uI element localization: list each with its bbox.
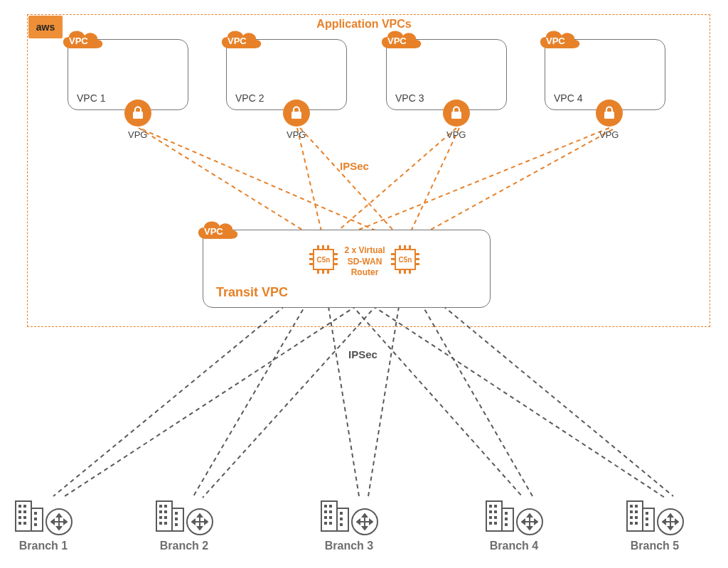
vpc-label: VPC 2 xyxy=(235,92,264,104)
vpc-label: VPC 3 xyxy=(395,92,424,104)
building-icon xyxy=(485,497,515,535)
router-label: 2 x Virtual SD-WAN Router xyxy=(340,245,390,279)
vpg-label: VPG xyxy=(446,129,466,140)
router-icon xyxy=(186,508,213,535)
branch-5: Branch 5 xyxy=(626,497,684,552)
c5n-chip-right: C5n xyxy=(391,245,419,274)
vpg-icon xyxy=(443,100,470,127)
branch-2: Branch 2 xyxy=(155,497,213,552)
vpc-cloud-icon: VPC xyxy=(376,27,424,54)
branch-3: Branch 3 xyxy=(320,497,378,552)
router-icon xyxy=(516,508,543,535)
c5n-chip-left: C5n xyxy=(309,245,338,274)
building-icon xyxy=(14,497,44,535)
vpc-cloud-icon: VPC xyxy=(193,218,241,245)
vpg-label: VPG xyxy=(599,129,619,140)
building-icon xyxy=(626,497,655,535)
branch-label: Branch 3 xyxy=(320,540,378,552)
vpc-cloud-icon: VPC xyxy=(58,27,106,54)
building-icon xyxy=(155,497,185,535)
vpc-label: VPC 4 xyxy=(554,92,582,104)
aws-logo: aws xyxy=(28,16,63,38)
vpc-label: VPC 1 xyxy=(77,92,105,104)
vpc-box-3: VPC VPC 3 xyxy=(386,39,507,110)
router-icon xyxy=(46,508,73,535)
transit-label: Transit VPC xyxy=(216,285,288,300)
building-icon xyxy=(320,497,350,535)
branch-label: Branch 5 xyxy=(626,540,684,552)
branch-1: Branch 1 xyxy=(14,497,73,552)
vpg-icon xyxy=(283,100,310,127)
vpc-box-1: VPC VPC 1 xyxy=(68,39,188,110)
vpc-cloud-icon: VPC xyxy=(216,27,264,54)
vpc-cloud-icon: VPC xyxy=(535,27,583,54)
vpg-icon xyxy=(124,100,151,127)
router-icon xyxy=(657,508,684,535)
vpc-box-2: VPC VPC 2 xyxy=(226,39,347,110)
branch-label: Branch 4 xyxy=(485,540,543,552)
branch-4: Branch 4 xyxy=(485,497,543,552)
ipsec-label-bottom: IPSec xyxy=(348,348,378,360)
vpg-label: VPG xyxy=(287,129,306,140)
ipsec-label-top: IPSec xyxy=(340,160,369,172)
branch-label: Branch 1 xyxy=(14,540,73,552)
vpg-label: VPG xyxy=(128,129,147,140)
branch-label: Branch 2 xyxy=(155,540,213,552)
vpg-icon xyxy=(596,100,623,127)
router-icon xyxy=(351,508,378,535)
section-title: Application VPCs xyxy=(316,18,411,31)
